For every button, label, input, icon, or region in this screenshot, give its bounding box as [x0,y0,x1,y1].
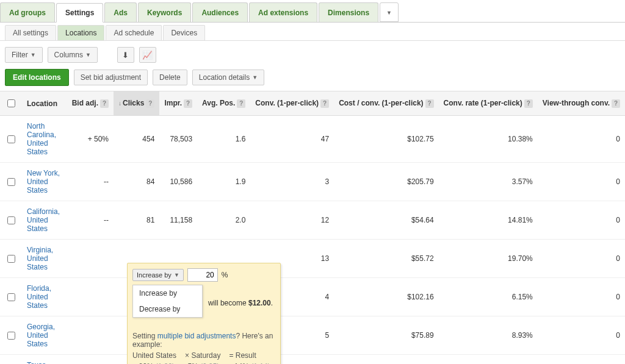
cell-convrate: 8.51% [439,355,538,365]
table-wrap: Location Bid adj.? ↓Clicks? Impr.? Avg. … [0,91,625,364]
adjust-unit: % [222,271,228,279]
tab-dimensions[interactable]: Dimensions [319,2,378,22]
help-icon[interactable]: ? [524,99,533,108]
row-checkbox[interactable] [7,293,15,301]
sort-desc-icon: ↓ [118,100,121,107]
cell-impr: 10,586 [159,163,197,201]
col-viewthru[interactable]: View-through conv.? [538,91,625,116]
cell-convrate: 10.38% [439,116,538,163]
bid-adjust-popup: Increase by ▼ Increase by Decrease by % … [127,263,281,364]
col-clicks[interactable]: ↓Clicks? [114,91,159,116]
row-checkbox[interactable] [7,332,15,340]
table-row: Texas, United States4$67.788.51%0 [0,355,625,365]
help-icon[interactable]: ? [612,99,620,108]
row-checkbox[interactable] [7,135,15,143]
tab-audiences[interactable]: Audiences [192,2,248,22]
location-link[interactable]: North Carolina, United States [27,122,56,156]
location-link[interactable]: Florida, United States [27,284,51,310]
chevron-down-icon: ▼ [386,10,392,16]
cell-costconv: $102.16 [334,278,438,316]
subtab-ad-schedule[interactable]: Ad schedule [106,25,162,40]
subtab-locations[interactable]: Locations [57,25,104,40]
download-button[interactable]: ⬇ [117,47,134,63]
sub-tabs: All settings Locations Ad schedule Devic… [0,23,625,41]
cell-viewthru: 0 [538,355,625,365]
filter-button[interactable]: Filter▼ [5,47,43,63]
cell-convrate: 3.57% [439,163,538,201]
tab-settings[interactable]: Settings [56,3,103,23]
cell-bidadj[interactable]: -- [67,163,114,201]
cell-clicks: 81 [114,201,159,240]
subtab-devices[interactable]: Devices [163,25,205,40]
col-costconv[interactable]: Cost / conv. (1-per-click)? [334,91,438,116]
cell-impr: 78,503 [159,116,197,163]
tab-ad-groups[interactable]: Ad groups [0,2,55,22]
help-icon[interactable]: ? [184,99,192,108]
option-decrease[interactable]: Decrease by [133,301,202,317]
cell-costconv: $75.89 [334,316,438,355]
col-impr[interactable]: Impr.? [159,91,197,116]
adjust-direction-label: Increase by [137,271,172,279]
tab-ad-extensions[interactable]: Ad extensions [249,2,317,22]
col-conv[interactable]: Conv. (1-per-click)? [250,91,334,116]
download-icon: ⬇ [122,51,129,60]
cell-bidadj[interactable]: + 50% [67,116,114,163]
row-checkbox[interactable] [7,255,15,263]
col-bidadj[interactable]: Bid adj.? [67,91,114,116]
outcome-text: will become [208,299,248,307]
adjust-direction-select[interactable]: Increase by ▼ [132,269,184,281]
location-link[interactable]: Virginia, United States [27,246,53,271]
cell-viewthru: 0 [538,278,625,316]
col-avgpos[interactable]: Avg. Pos.? [197,91,250,116]
cell-avgpos: 2.0 [197,201,250,240]
table-row: New York, United States--8410,5861.93$20… [0,163,625,201]
chevron-down-icon: ▼ [85,52,91,58]
chart-icon: 📈 [142,51,153,60]
subtab-all-settings[interactable]: All settings [5,25,56,40]
adjust-value-input[interactable] [187,268,218,282]
row-checkbox[interactable] [7,178,15,186]
table-row: North Carolina, United States+ 50%45478,… [0,116,625,163]
location-link[interactable]: Texas, United States [27,361,48,364]
cell-bidadj[interactable] [67,240,114,278]
edit-locations-button[interactable]: Edit locations [5,69,69,86]
cell-bidadj[interactable]: -- [67,201,114,240]
col-location[interactable]: Location [22,91,67,116]
location-link[interactable]: California, United States [27,207,60,233]
set-bid-adjustment-button[interactable]: Set bid adjustment [74,70,148,85]
tab-keywords[interactable]: Keywords [138,2,191,22]
location-details-button[interactable]: Location details▼ [192,70,264,85]
cell-bidadj[interactable] [67,355,114,365]
location-link[interactable]: New York, United States [27,169,60,194]
cell-costconv: $55.72 [334,240,438,278]
cell-clicks: 84 [114,163,159,201]
help-icon[interactable]: ? [100,99,109,108]
columns-button[interactable]: Columns▼ [48,47,98,63]
delete-button[interactable]: Delete [153,70,187,85]
select-all-checkbox[interactable] [7,99,15,107]
cell-viewthru: 0 [538,240,625,278]
chevron-down-icon: ▼ [252,74,258,80]
help-icon[interactable]: ? [237,99,245,108]
cell-convrate: 6.15% [439,278,538,316]
cell-costconv: $102.75 [334,116,438,163]
location-link[interactable]: Georgia, United States [27,323,55,348]
cell-viewthru: 0 [538,201,625,240]
cell-bidadj[interactable] [67,278,114,316]
tab-ads[interactable]: Ads [104,2,137,22]
multiple-bid-adjustments-link[interactable]: multiple bid adjustments [157,332,236,340]
cell-costconv: $205.79 [334,163,438,201]
chart-button[interactable]: 📈 [139,47,156,63]
help-icon[interactable]: ? [320,99,329,108]
row-checkbox[interactable] [7,216,15,224]
cell-convrate: 19.70% [439,240,538,278]
cell-avgpos: 1.6 [197,116,250,163]
help-icon[interactable]: ? [425,99,434,108]
table-row: Florida, United States4$102.166.15%0 [0,278,625,316]
table-row: Virginia, United States13$55.7219.70%0 [0,240,625,278]
option-increase[interactable]: Increase by [133,285,202,301]
help-icon[interactable]: ? [146,99,154,108]
tab-overflow[interactable]: ▼ [380,2,399,22]
cell-bidadj[interactable] [67,316,114,355]
col-convrate[interactable]: Conv. rate (1-per-click)? [439,91,538,116]
